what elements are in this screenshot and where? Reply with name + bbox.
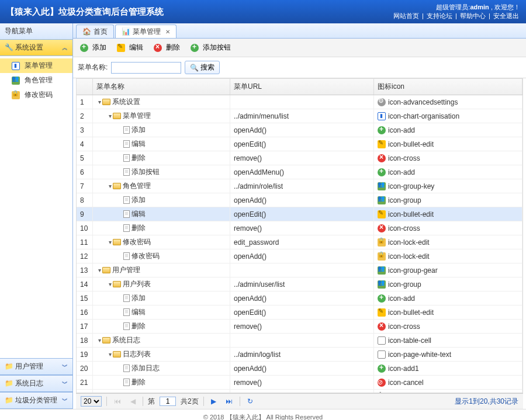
table-row[interactable]: 18 ▾系统日志 icon-table-cell <box>77 334 522 348</box>
tab[interactable]: 🏠首页 <box>76 25 114 38</box>
sidebar-item[interactable]: 角色管理 <box>0 73 72 88</box>
page-size-select[interactable]: 20 <box>81 396 102 407</box>
group-icon <box>12 77 20 85</box>
refresh-button[interactable]: ↻ <box>245 396 255 407</box>
tree-toggle[interactable]: ▾ <box>107 239 113 245</box>
panel-collapsed[interactable]: 📁 垃圾分类管理︾ <box>0 392 72 409</box>
table-row[interactable]: 5 删除 remove() icon-cross <box>77 151 522 165</box>
table-row[interactable]: 12 修改密码 openAdd() icon-lock-edit <box>77 249 522 263</box>
table-row[interactable]: 3 添加 openAdd() icon-add <box>77 123 522 137</box>
file-icon <box>123 140 130 148</box>
row-number: 11 <box>77 235 93 249</box>
add-icon <box>378 294 386 303</box>
prev-page-button[interactable]: ◀ <box>128 396 138 407</box>
table-row[interactable]: 16 编辑 openEdit() icon-bullet-edit <box>77 306 522 320</box>
row-number: 18 <box>77 334 93 347</box>
tab-label: 菜单管理 <box>133 27 161 37</box>
tree-toggle[interactable]: ▾ <box>107 351 113 357</box>
tree-toggle[interactable]: ▾ <box>107 281 113 287</box>
row-number: 17 <box>77 320 93 333</box>
tree-toggle[interactable]: ▾ <box>107 113 113 119</box>
header-link[interactable]: 安全退出 <box>493 12 519 19</box>
cell-icon: icon-group-gear <box>374 263 522 277</box>
tree-toggle[interactable]: ▾ <box>96 99 102 105</box>
cell-url: openAddMenu() <box>230 165 374 179</box>
sidebar-item[interactable]: 修改密码 <box>0 88 72 102</box>
cell-name: ▾用户管理 <box>93 263 230 277</box>
table-row[interactable]: 10 删除 remove() icon-cross <box>77 221 522 235</box>
cell-name: 删除 <box>93 376 230 389</box>
table-row[interactable]: 14 ▾用户列表 ../admin/user/list icon-group <box>77 277 522 291</box>
table-row[interactable]: 15 添加 openAdd() icon-add <box>77 291 522 306</box>
cell-url: openEdit() <box>230 207 374 221</box>
col-url-header[interactable]: 菜单URL <box>230 79 374 95</box>
table-row[interactable]: 8 添加 openAdd() icon-group <box>77 193 522 207</box>
delete-button[interactable]: 删除 <box>151 41 182 54</box>
chart-icon <box>378 112 386 120</box>
cell-url <box>230 334 374 347</box>
header: 【猿来入此】垃圾分类查询后台管理系统 超级管理员:admin , 欢迎您！ 网站… <box>0 0 526 23</box>
row-number: 12 <box>77 249 93 263</box>
col-icon-header[interactable]: 图标icon <box>374 79 522 95</box>
search-input[interactable] <box>111 62 181 74</box>
search-button[interactable]: 🔍 搜索 <box>185 61 220 74</box>
table-row[interactable]: 11 ▾修改密码 edit_password icon-lock-edit <box>77 235 522 249</box>
panel-collapsed[interactable]: 📁 系统日志︾ <box>0 375 72 392</box>
close-icon[interactable]: ✕ <box>165 29 170 35</box>
folder-icon <box>113 183 121 189</box>
table-icon <box>378 336 386 345</box>
panel-system-settings[interactable]: 🔧 系统设置︽ <box>0 40 72 56</box>
cell-icon: icon-cancel <box>374 376 522 389</box>
col-name-header[interactable]: 菜单名称 <box>93 79 230 95</box>
cell-url: ../admin/menu/list <box>230 109 374 123</box>
nav-tree: 菜单管理角色管理修改密码 <box>0 56 72 358</box>
file-icon <box>123 126 130 134</box>
app-title: 【猿来入此】垃圾分类查询后台管理系统 <box>6 6 164 18</box>
tab-label: 首页 <box>94 27 108 37</box>
first-page-button[interactable]: ⏮ <box>112 396 123 407</box>
header-link[interactable]: 支持论坛 <box>427 12 452 19</box>
file-icon <box>123 168 130 176</box>
add-button[interactable]: 添加 <box>78 41 109 54</box>
file-icon <box>123 322 130 330</box>
sidebar-item[interactable]: 菜单管理 <box>0 58 72 73</box>
table-row[interactable]: 1 ▾系统设置 icon-advancedsettings <box>77 95 522 109</box>
cross-icon <box>378 154 386 162</box>
header-link[interactable]: 帮助中心 <box>460 12 486 19</box>
tree-toggle[interactable]: ▾ <box>107 183 113 189</box>
file-icon <box>123 154 130 162</box>
cell-name: 添加日志 <box>93 362 230 375</box>
table-row[interactable]: 2 ▾菜单管理 ../admin/menu/list icon-chart-or… <box>77 109 522 123</box>
cell-url: remove() <box>230 320 374 333</box>
table-row[interactable]: 4 编辑 openEdit() icon-bullet-edit <box>77 137 522 151</box>
table-row[interactable]: 9 编辑 openEdit() icon-bullet-edit <box>77 207 522 221</box>
next-page-button[interactable]: ▶ <box>209 396 219 407</box>
cell-name: 添加 <box>93 123 230 137</box>
sidebar-item-label: 菜单管理 <box>25 61 53 71</box>
tree-toggle[interactable]: ▾ <box>96 337 102 343</box>
table-row[interactable]: 19 ▾日志列表 ../admin/log/list icon-page-whi… <box>77 348 522 362</box>
tab[interactable]: 📊菜单管理✕ <box>115 25 177 38</box>
edit-button[interactable]: 编辑 <box>115 41 146 54</box>
cell-name: ▾角色管理 <box>93 179 230 193</box>
user-name: admin <box>470 4 489 11</box>
cell-url: ../admin/user/list <box>230 277 374 291</box>
table-row[interactable]: 20 添加日志 openAdd() icon-add1 <box>77 362 522 376</box>
table-row[interactable]: 13 ▾用户管理 icon-group-gear <box>77 263 522 277</box>
cell-icon: icon-chart-organisation <box>374 109 522 123</box>
page-input[interactable] <box>160 397 176 406</box>
cell-icon: icon-bullet-edit <box>374 207 522 221</box>
table-row[interactable]: 7 ▾角色管理 ../admin/role/list icon-group-ke… <box>77 179 522 193</box>
sidebar: 导航菜单 🔧 系统设置︽ 菜单管理角色管理修改密码 📁 用户管理︾📁 系统日志︾… <box>0 23 73 409</box>
header-link[interactable]: 网站首页 <box>393 12 419 19</box>
table-row[interactable]: 17 删除 remove() icon-cross <box>77 320 522 334</box>
last-page-button[interactable]: ⏭ <box>223 396 235 407</box>
sidebar-item-label: 角色管理 <box>25 75 53 85</box>
panel-collapsed[interactable]: 📁 用户管理︾ <box>0 358 72 375</box>
add-menu-button[interactable]: 添加按钮 <box>188 41 233 54</box>
tree-toggle[interactable]: ▾ <box>96 267 102 273</box>
add-icon <box>378 126 386 134</box>
row-number: 2 <box>77 109 93 123</box>
table-row[interactable]: 21 删除 remove() icon-cancel <box>77 376 522 390</box>
table-row[interactable]: 6 添加按钮 openAddMenu() icon-add <box>77 165 522 179</box>
